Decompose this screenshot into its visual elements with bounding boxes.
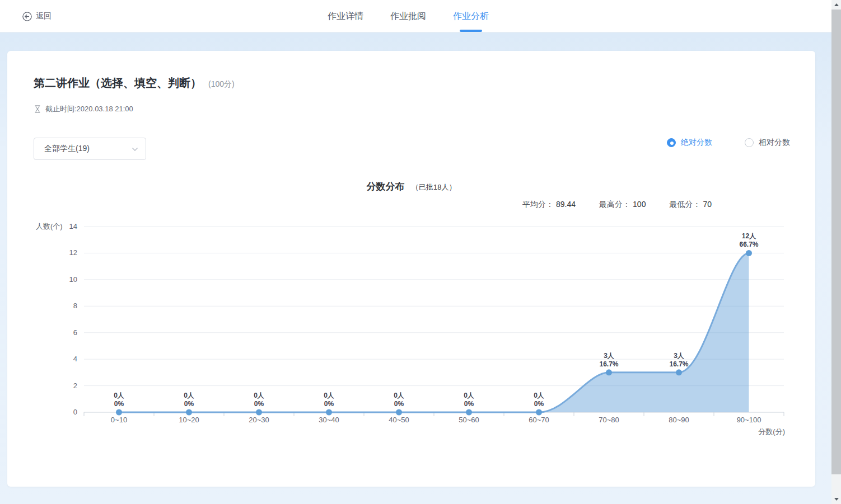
x-tick-label: 80~90 bbox=[644, 416, 714, 424]
x-tick-label: 0~10 bbox=[85, 416, 154, 424]
tab-bar: 作业详情 作业批阅 作业分析 bbox=[328, 0, 489, 32]
scroll-up-icon bbox=[834, 3, 839, 6]
x-tick-label: 30~40 bbox=[295, 416, 364, 424]
x-tick-label: 20~30 bbox=[225, 416, 294, 424]
analysis-card: 第二讲作业（选择、填空、判断） (100分) 截止时间:2020.03.18 2… bbox=[7, 51, 815, 487]
radio-circle-icon bbox=[667, 138, 676, 147]
x-axis-label: 分数(分) bbox=[758, 427, 785, 437]
tab-assignment-analysis[interactable]: 作业分析 bbox=[453, 0, 489, 32]
y-tick-label: 4 bbox=[49, 355, 77, 363]
tab-assignment-review[interactable]: 作业批阅 bbox=[390, 0, 426, 32]
back-arrow-icon bbox=[22, 12, 32, 21]
data-point-label: 0人0% bbox=[374, 392, 424, 408]
scrollbar-thumb[interactable] bbox=[831, 10, 841, 474]
chevron-down-icon bbox=[132, 147, 138, 152]
student-filter-value: 全部学生(19) bbox=[44, 144, 90, 154]
y-tick-label: 2 bbox=[49, 381, 77, 390]
x-tick-label: 50~60 bbox=[434, 416, 504, 424]
score-distribution-chart: 人数(个) 分数(分) 024681012140~1010~2020~3030~… bbox=[84, 227, 784, 457]
x-tick-label: 70~80 bbox=[574, 416, 644, 424]
y-tick-label: 14 bbox=[49, 222, 77, 230]
scrollbar-up-button[interactable] bbox=[831, 0, 841, 10]
radio-relative-score[interactable]: 相对分数 bbox=[745, 138, 790, 148]
stat-max: 最高分：100 bbox=[599, 200, 646, 210]
top-navigation-bar: 返回 作业详情 作业批阅 作业分析 bbox=[0, 0, 831, 32]
assignment-total-score: (100分) bbox=[208, 79, 235, 90]
scroll-down-icon bbox=[834, 498, 839, 501]
x-tick-label: 90~100 bbox=[714, 416, 784, 424]
radio-circle-icon bbox=[745, 138, 754, 147]
scrollbar-down-button[interactable] bbox=[831, 494, 841, 504]
back-label: 返回 bbox=[36, 11, 52, 21]
y-tick-label: 8 bbox=[49, 302, 77, 310]
chart-header: 分数分布 （已批18人） bbox=[7, 180, 815, 193]
radio-label: 相对分数 bbox=[759, 138, 790, 148]
data-point-label: 0人0% bbox=[444, 392, 494, 408]
x-tick-label: 60~70 bbox=[504, 416, 574, 424]
y-tick-label: 0 bbox=[49, 408, 77, 416]
back-button[interactable]: 返回 bbox=[22, 0, 52, 32]
y-tick-label: 10 bbox=[49, 275, 77, 284]
score-stats-row: 平均分：89.44 最高分：100 最低分：70 bbox=[522, 200, 712, 210]
data-point-label: 0人0% bbox=[304, 392, 354, 408]
assignment-title: 第二讲作业（选择、填空、判断） bbox=[34, 76, 202, 91]
chart-subtitle: （已批18人） bbox=[412, 183, 456, 191]
x-tick-label: 40~50 bbox=[365, 416, 434, 424]
data-point-label: 0人0% bbox=[164, 392, 214, 408]
assignment-title-row: 第二讲作业（选择、填空、判断） (100分) bbox=[34, 76, 235, 91]
x-tick-label: 10~20 bbox=[155, 416, 224, 424]
tab-assignment-details[interactable]: 作业详情 bbox=[328, 0, 363, 32]
y-tick-label: 12 bbox=[49, 248, 77, 257]
data-point-label: 12人66.7% bbox=[724, 232, 774, 249]
stat-min: 最低分：70 bbox=[669, 200, 712, 210]
student-filter-select[interactable]: 全部学生(19) bbox=[34, 138, 146, 160]
y-tick-label: 6 bbox=[49, 328, 77, 337]
data-point-label: 3人16.7% bbox=[654, 352, 704, 369]
chart-title: 分数分布 bbox=[367, 181, 405, 192]
hourglass-icon bbox=[34, 105, 41, 114]
stat-average: 平均分：89.44 bbox=[522, 200, 576, 210]
radio-label: 绝对分数 bbox=[681, 138, 712, 148]
deadline-text: 截止时间:2020.03.18 21:00 bbox=[45, 104, 133, 114]
data-point-label: 3人16.7% bbox=[584, 352, 634, 369]
data-point-label: 0人0% bbox=[94, 392, 144, 408]
deadline-row: 截止时间:2020.03.18 21:00 bbox=[34, 104, 133, 114]
radio-absolute-score[interactable]: 绝对分数 bbox=[667, 138, 712, 148]
vertical-scrollbar[interactable] bbox=[831, 0, 841, 504]
data-point-label: 0人0% bbox=[234, 392, 284, 408]
score-mode-radio-group: 绝对分数 相对分数 bbox=[667, 138, 790, 148]
data-point-label: 0人0% bbox=[514, 392, 564, 408]
